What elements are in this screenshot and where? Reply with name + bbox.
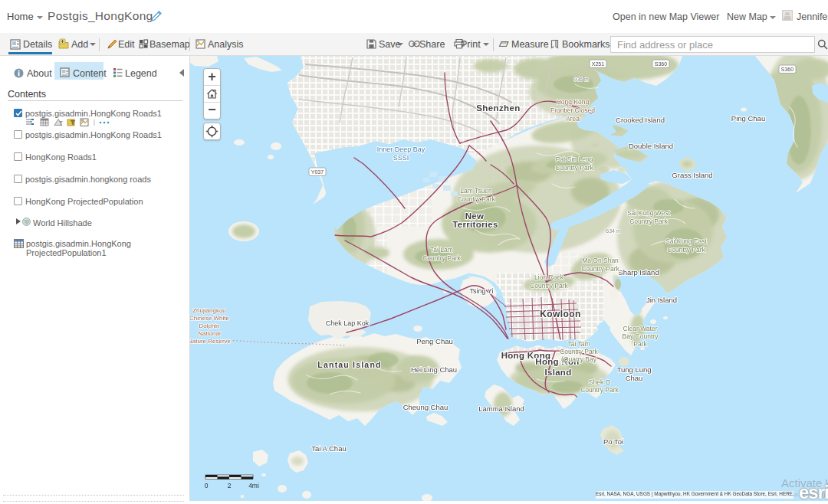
svg-text:X251: X251 <box>592 61 604 67</box>
svg-text:Clear Water: Clear Water <box>623 325 657 332</box>
svg-text:Ping Chau: Ping Chau <box>731 114 765 123</box>
svg-text:Island: Island <box>544 368 571 377</box>
svg-text:Shenzhen: Shenzhen <box>476 103 521 113</box>
svg-text:Country Park: Country Park <box>580 386 619 394</box>
svg-text:Hei Ling Chau: Hei Ling Chau <box>411 365 457 374</box>
svg-text:Inner Deep Bay: Inner Deep Bay <box>377 146 426 153</box>
svg-text:Chek Lap Kok: Chek Lap Kok <box>326 319 370 327</box>
svg-text:Cheung Chau: Cheung Chau <box>403 403 449 411</box>
svg-text:Sai Kung East: Sai Kung East <box>665 237 708 245</box>
svg-text:Country Park: Country Park <box>629 218 668 225</box>
svg-text:Sharp Island: Sharp Island <box>618 268 659 277</box>
svg-text:Tung Lung: Tung Lung <box>616 365 651 374</box>
svg-text:Lantau Island: Lantau Island <box>317 360 381 369</box>
svg-text:Lam Tsuen: Lam Tsuen <box>460 187 492 195</box>
svg-text:Lamma Island: Lamma Island <box>478 404 524 413</box>
svg-text:(Quarry Bay: (Quarry Bay <box>561 355 597 363</box>
svg-text:Grass Island: Grass Island <box>672 171 712 179</box>
svg-text:Ma On Shan: Ma On Shan <box>582 257 619 264</box>
svg-text:Po Toi: Po Toi <box>603 437 623 446</box>
svg-text:S360: S360 <box>781 67 794 72</box>
svg-text:Tai A Chau: Tai A Chau <box>311 444 346 453</box>
svg-text:Dolphin: Dolphin <box>199 322 219 329</box>
svg-text:Park: Park <box>633 340 647 348</box>
svg-text:Pat Sin Leng: Pat Sin Leng <box>556 155 593 163</box>
svg-text:Zhujiangkou: Zhujiangkou <box>192 307 226 314</box>
svg-text:Area: Area <box>566 115 580 123</box>
svg-text:Lion Rock: Lion Rock <box>534 273 564 281</box>
svg-text:Country Park: Country Park <box>581 265 619 273</box>
svg-text:Tai Tam: Tai Tam <box>567 340 590 348</box>
svg-text:Peng Chau: Peng Chau <box>416 337 453 345</box>
svg-text:National: National <box>198 330 221 337</box>
svg-text:Chau: Chau <box>626 374 643 382</box>
svg-text:Country Park: Country Park <box>555 164 593 172</box>
svg-text:Country Park: Country Park <box>667 246 705 254</box>
svg-text:Country Park: Country Park <box>422 254 461 262</box>
svg-text:Bay Country: Bay Country <box>623 332 659 340</box>
svg-text:Tsing Yi: Tsing Yi <box>469 287 493 295</box>
svg-text:Territories: Territories <box>452 220 498 229</box>
svg-text:2: 2 <box>228 482 232 489</box>
svg-text:Country Park: Country Park <box>457 195 495 203</box>
svg-text:S360: S360 <box>655 61 667 67</box>
svg-text:4mi: 4mi <box>248 482 259 489</box>
svg-text:Kowloon: Kowloon <box>540 309 580 319</box>
svg-text:Tai Lam: Tai Lam <box>430 246 453 254</box>
svg-text:Country Park: Country Park <box>560 348 598 355</box>
svg-text:SSSI: SSSI <box>393 154 409 162</box>
svg-text:Sai Kung West: Sai Kung West <box>627 209 671 217</box>
svg-text:Hong Kong: Hong Kong <box>557 98 590 106</box>
svg-text:Country Park: Country Park <box>530 282 568 290</box>
svg-text:634 m: 634 m <box>606 228 621 234</box>
svg-text:Crooked Island: Crooked Island <box>616 116 665 124</box>
svg-text:Y037: Y037 <box>311 169 324 175</box>
svg-text:Frontier Closed: Frontier Closed <box>550 106 595 114</box>
svg-text:Chinese White: Chinese White <box>190 315 230 322</box>
svg-text:Shek O: Shek O <box>589 378 611 386</box>
svg-text:Jin Island: Jin Island <box>646 296 677 304</box>
svg-text:Double Island: Double Island <box>629 142 673 150</box>
svg-text:0: 0 <box>205 482 209 489</box>
svg-text:Nature Reserve: Nature Reserve <box>190 338 232 345</box>
svg-text:936 m: 936 m <box>573 77 589 82</box>
